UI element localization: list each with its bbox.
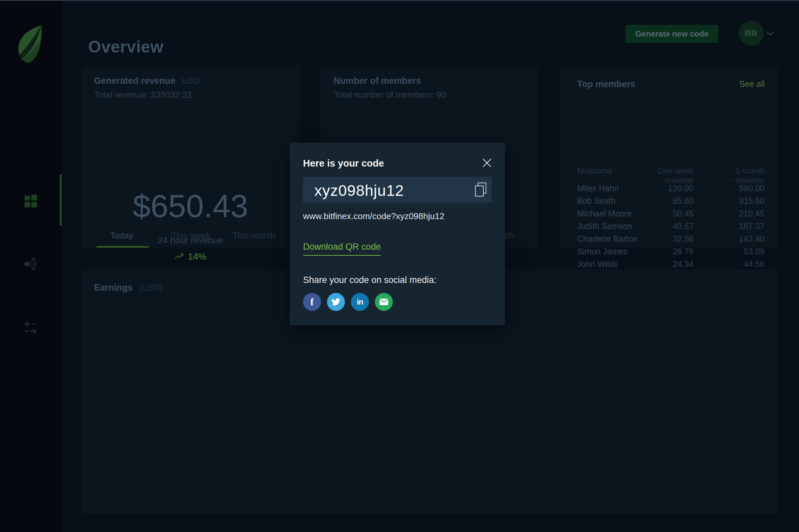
email-share-button[interactable] (375, 293, 393, 311)
copy-icon[interactable] (475, 182, 487, 197)
code-modal: Here is your code xyz098hju12 www.bitfin… (290, 142, 505, 325)
close-icon[interactable] (482, 158, 492, 168)
twitter-share-button[interactable] (327, 293, 345, 311)
email-icon (379, 298, 389, 306)
linkedin-share-button[interactable]: in (351, 293, 369, 311)
dashboard-page: Overview Generate new code RR Generated … (0, 0, 799, 532)
facebook-share-button[interactable]: f (303, 293, 321, 311)
download-qr-link[interactable]: Download QR code (303, 242, 381, 256)
share-label: Share your code on social media: (303, 275, 436, 285)
twitter-icon (331, 298, 341, 306)
modal-title: Here is your code (303, 158, 384, 169)
linkedin-icon: in (357, 298, 363, 307)
referral-code-field[interactable]: xyz098hju12 (303, 177, 491, 203)
referral-url: www.bitfinex.com/code?xyz098hju12 (303, 211, 444, 222)
facebook-icon: f (310, 296, 314, 307)
social-share-row: fin (303, 293, 393, 311)
referral-code-value: xyz098hju12 (314, 182, 404, 200)
